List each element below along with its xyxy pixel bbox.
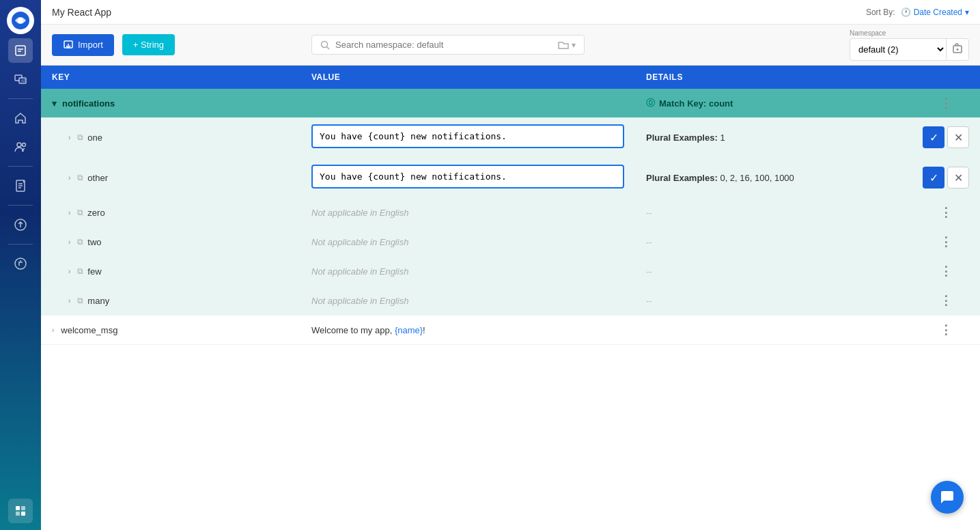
svg-point-9	[23, 143, 26, 147]
row-one-key-cell: › ⧉ one	[41, 117, 300, 158]
table-row-other: › ⧉ other You have {count} new notificat…	[41, 158, 980, 198]
namespace-selector: Namespace default (2)	[850, 29, 969, 61]
row-one-cancel-button[interactable]: ✕	[947, 126, 969, 148]
group-key-name: notifications	[62, 98, 115, 109]
group-actions-cell: ⋮	[912, 89, 980, 117]
row-few-key-cell: › ⧉ few	[41, 257, 300, 286]
table-row-few: › ⧉ few Not applicable in English --	[41, 257, 980, 286]
row-zero-value-cell: Not applicable in English	[300, 198, 635, 227]
row-many-more-icon[interactable]: ⋮	[940, 294, 952, 307]
table-container: KEY VALUE DETAILS	[41, 66, 980, 530]
row-other-chevron-icon[interactable]: ›	[68, 174, 70, 182]
namespace-action-icon[interactable]	[946, 39, 968, 60]
add-string-button[interactable]: + String	[122, 34, 175, 55]
header-bar: My React App Sort By: 🕐 Date Created ▾	[41, 0, 980, 25]
row-one-copy-icon[interactable]: ⧉	[77, 132, 83, 142]
sidebar-item-users[interactable]	[8, 135, 33, 159]
sidebar-item-announce[interactable]	[8, 251, 33, 276]
row-one-chevron-icon[interactable]: ›	[68, 134, 70, 141]
row-zero-actions-cell: ⋮	[912, 198, 980, 227]
table-row-one: › ⧉ one You have {count} new notificatio…	[41, 117, 980, 158]
row-few-chevron-icon[interactable]: ›	[68, 268, 70, 275]
svg-rect-20	[16, 512, 20, 516]
search-dropdown-icon[interactable]: ▾	[572, 40, 576, 50]
row-two-details: --	[646, 237, 652, 247]
row-other-details-rest: 0, 2, 16, 100, 1000	[720, 173, 794, 183]
row-one-details: Plural Examples: 1	[646, 132, 725, 143]
row-other-key-cell: › ⧉ other	[41, 158, 300, 198]
row-few-key-name: few	[87, 266, 101, 277]
row-one-value-cell: You have {count} new notifications.	[300, 117, 635, 158]
sort-label: Sort By:	[866, 8, 895, 17]
row-other-confirm-button[interactable]: ✓	[923, 167, 944, 189]
row-few-more-icon[interactable]: ⋮	[940, 264, 952, 278]
search-input[interactable]	[335, 40, 552, 50]
row-many-details-cell: --	[635, 286, 912, 316]
svg-line-25	[327, 46, 330, 49]
sidebar-item-documents[interactable]	[8, 173, 33, 198]
row-many-chevron-icon[interactable]: ›	[68, 297, 70, 305]
row-other-cancel-button[interactable]: ✕	[947, 167, 969, 189]
search-actions: ▾	[558, 40, 576, 50]
row-welcome-value: Welcome to my app, {name}!	[311, 325, 425, 335]
group-chevron-icon[interactable]: ▾	[52, 98, 57, 109]
sort-value[interactable]: 🕐 Date Created ▾	[901, 8, 969, 17]
import-button[interactable]: Import	[52, 34, 114, 56]
chat-button[interactable]	[931, 481, 964, 514]
row-welcome-actions-cell: ⋮	[912, 316, 980, 345]
row-welcome-details-cell	[635, 316, 912, 345]
namespace-select[interactable]: default (2)	[850, 40, 946, 59]
row-welcome-more-icon[interactable]: ⋮	[940, 323, 952, 337]
row-many-key-cell: › ⧉ many	[41, 286, 300, 316]
row-one-confirm-button[interactable]: ✓	[923, 126, 944, 148]
row-few-details-cell: --	[635, 257, 912, 286]
svg-point-1	[18, 18, 23, 23]
group-more-icon[interactable]: ⋮	[940, 96, 952, 110]
sidebar-divider-3	[8, 205, 33, 206]
app-logo[interactable]	[7, 7, 34, 34]
col-header-value: VALUE	[300, 66, 635, 89]
import-icon	[63, 40, 74, 51]
namespace-select-wrap: default (2)	[850, 38, 969, 61]
row-many-copy-icon[interactable]: ⧉	[77, 296, 83, 305]
row-other-details-cell: Plural Examples: 0, 2, 16, 100, 1000	[635, 158, 912, 198]
row-welcome-highlight: {name}	[395, 325, 423, 335]
row-other-key-name: other	[87, 173, 108, 183]
table-row-zero: › ⧉ zero Not applicable in English --	[41, 198, 980, 227]
header-sort: Sort By: 🕐 Date Created ▾	[866, 8, 969, 17]
row-zero-copy-icon[interactable]: ⧉	[77, 208, 83, 217]
svg-point-8	[17, 143, 21, 147]
row-two-more-icon[interactable]: ⋮	[940, 235, 952, 249]
col-header-key: KEY	[41, 66, 300, 89]
row-welcome-chevron-icon[interactable]: ›	[52, 326, 54, 334]
row-two-copy-icon[interactable]: ⧉	[77, 237, 83, 247]
sidebar-item-home[interactable]	[8, 106, 33, 130]
row-other-details: Plural Examples: 0, 2, 16, 100, 1000	[646, 173, 794, 183]
sidebar-item-translate[interactable]: AZ	[8, 67, 33, 92]
row-few-value: Not applicable in English	[311, 266, 408, 277]
row-one-value-input[interactable]: You have {count} new notifications.	[311, 124, 624, 148]
svg-rect-18	[16, 506, 20, 510]
row-zero-more-icon[interactable]: ⋮	[940, 206, 952, 219]
sidebar-divider-1	[8, 98, 33, 99]
row-one-actions-cell: ✓ ✕	[912, 117, 980, 158]
svg-rect-2	[16, 46, 25, 55]
sidebar-item-upload[interactable]	[8, 212, 33, 237]
row-other-copy-icon[interactable]: ⧉	[77, 173, 83, 182]
row-zero-key-cell: › ⧉ zero	[41, 198, 300, 227]
row-two-chevron-icon[interactable]: ›	[68, 238, 70, 246]
row-zero-chevron-icon[interactable]: ›	[68, 209, 70, 217]
row-two-details-cell: --	[635, 227, 912, 257]
col-header-actions	[912, 66, 980, 89]
row-many-value-cell: Not applicable in English	[300, 286, 635, 316]
row-two-value-cell: Not applicable in English	[300, 227, 635, 257]
row-other-value-input[interactable]: You have {count} new notifications.	[311, 165, 624, 189]
sidebar-item-edit[interactable]	[8, 38, 33, 63]
table-row-two: › ⧉ two Not applicable in English --	[41, 227, 980, 257]
table-row-welcome-msg: › welcome_msg Welcome to my app, {name}!…	[41, 316, 980, 345]
row-few-copy-icon[interactable]: ⧉	[77, 266, 83, 276]
row-one-details-rest: 1	[720, 132, 725, 143]
page-title: My React App	[52, 7, 111, 18]
table-row-many: › ⧉ many Not applicable in English --	[41, 286, 980, 316]
sidebar-item-grid[interactable]	[8, 499, 33, 523]
